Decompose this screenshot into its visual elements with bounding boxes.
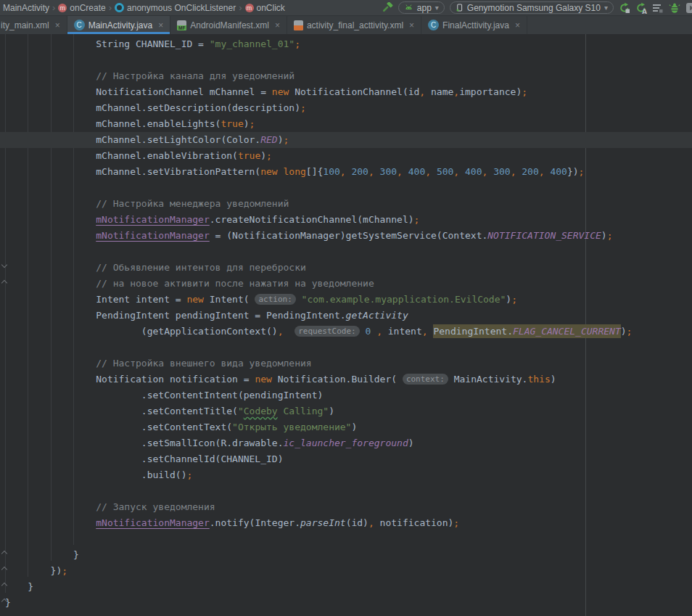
toolbar-actions: app ▾ Genymotion Samsung Galaxy S10 ▾ <box>382 1 692 14</box>
code-line[interactable] <box>0 340 692 356</box>
tab-mainactivity-java[interactable]: C MainActivity.java × <box>67 16 171 34</box>
close-icon[interactable]: × <box>515 20 520 30</box>
manifest-file-icon: MF <box>177 20 186 30</box>
code-line[interactable]: (getApplicationContext(), requestCode: 0… <box>0 324 692 340</box>
code-area[interactable]: String CHANNEL_ID = "my_channel_01"; // … <box>0 34 692 611</box>
breadcrumb-label: onClick <box>257 3 285 13</box>
code-line[interactable]: mChannel.enableVibration(true); <box>0 148 692 164</box>
code-line[interactable] <box>0 483 692 499</box>
fold-marker[interactable] <box>1 583 7 588</box>
breadcrumb-separator-icon: › <box>237 2 243 13</box>
fold-marker[interactable] <box>1 567 7 572</box>
code-line[interactable]: // Запуск уведомления <box>0 499 692 515</box>
tab-finalacttivity-java[interactable]: C FinalActtivity.java × <box>421 16 527 34</box>
fold-marker[interactable] <box>1 280 7 286</box>
code-line[interactable]: mChannel.enableLights(true); <box>0 116 692 132</box>
device-label: Genymotion Samsung Galaxy S10 <box>467 3 601 13</box>
code-line[interactable]: Intent intent = new Intent( action: "com… <box>0 292 692 308</box>
code-line[interactable]: .setContentTitle("Codeby Calling") <box>0 403 692 419</box>
code-line[interactable]: // Настройка менеджера уведомлений <box>0 196 692 212</box>
code-line[interactable]: } <box>0 547 692 563</box>
code-line[interactable]: mChannel.setDescription(description); <box>0 100 692 116</box>
breadcrumb-separator-icon: › <box>107 2 113 13</box>
top-toolbar: MainActivity › m onCreate › anonymous On… <box>0 0 692 16</box>
fold-marker[interactable] <box>1 262 7 268</box>
close-icon[interactable]: × <box>55 20 60 30</box>
code-line[interactable]: .build(); <box>0 467 692 483</box>
breadcrumb-label: MainActivity <box>3 3 49 13</box>
code-line[interactable]: .setContentText("Открыть уведомление") <box>0 419 692 435</box>
code-line[interactable] <box>0 52 692 68</box>
code-editor[interactable]: String CHANNEL_ID = "my_channel_01"; // … <box>0 34 692 616</box>
tab-androidmanifest-xml[interactable]: MF AndroidManifest.xml × <box>170 16 287 34</box>
code-line[interactable]: } <box>0 595 692 611</box>
build-hammer-icon[interactable] <box>382 2 393 14</box>
code-line[interactable]: NotificationChannel mChannel = new Notif… <box>0 84 692 100</box>
breadcrumb-separator-icon: › <box>51 2 57 13</box>
code-line[interactable]: Notification notification = new Notifica… <box>0 371 692 387</box>
code-line[interactable]: mChannel.setVibrationPattern(new long[]{… <box>0 164 692 180</box>
code-line[interactable] <box>0 531 692 547</box>
tab-label: activity_final_acttivity.xml <box>307 20 403 30</box>
code-line[interactable]: } <box>0 579 692 595</box>
tab-label: ity_main.xml <box>1 20 49 30</box>
fold-marker[interactable] <box>1 551 7 557</box>
apply-changes-restart-icon[interactable] <box>619 2 630 14</box>
tab-label: FinalActtivity.java <box>442 20 509 30</box>
tab-activity-main-xml[interactable]: ity_main.xml × <box>0 16 67 34</box>
breadcrumb: MainActivity › m onCreate › anonymous On… <box>1 2 287 13</box>
device-selector[interactable]: Genymotion Samsung Galaxy S10 ▾ <box>450 1 614 14</box>
code-line[interactable]: .setChannelId(CHANNEL_ID) <box>0 451 692 467</box>
anonymous-class-icon <box>115 3 124 12</box>
code-line-caret[interactable]: mChannel.setLightColor(Color.RED); <box>0 132 692 148</box>
editor-tab-bar: ity_main.xml × C MainActivity.java × MF … <box>0 16 692 34</box>
code-line[interactable]: // Настройка канала для уведомлений <box>0 68 692 84</box>
code-line[interactable]: PendingIntent pendingIntent = PendingInt… <box>0 308 692 324</box>
close-icon[interactable]: × <box>158 20 163 30</box>
java-class-icon: C <box>428 20 439 30</box>
method-icon: m <box>58 4 67 12</box>
breadcrumb-label: onCreate <box>70 3 105 13</box>
apply-code-changes-icon[interactable]: A <box>635 2 647 14</box>
tab-label: AndroidManifest.xml <box>190 20 269 30</box>
tab-label: MainActivity.java <box>88 20 152 30</box>
breadcrumb-item-onclick[interactable]: m onClick <box>244 3 287 13</box>
code-line[interactable]: // Настройка внешнего вида уведомления <box>0 356 692 371</box>
code-line[interactable]: .setContentIntent(pendingIntent) <box>0 387 692 403</box>
svg-text:A: A <box>642 7 647 14</box>
profiler-icon[interactable] <box>652 2 664 14</box>
code-line[interactable]: mNotificationManager.createNotificationC… <box>0 212 692 228</box>
run-configuration-label: app <box>417 3 432 13</box>
code-line[interactable]: // на новое активити после нажатия на ув… <box>0 276 692 292</box>
code-line[interactable]: mNotificationManager = (NotificationMana… <box>0 228 692 244</box>
breadcrumb-item-oncreate[interactable]: m onCreate <box>57 3 107 13</box>
fold-marker[interactable] <box>1 599 7 604</box>
java-class-icon: C <box>74 20 85 30</box>
code-line[interactable]: String CHANNEL_ID = "my_channel_01"; <box>0 36 692 52</box>
chevron-down-icon: ▾ <box>604 4 608 12</box>
tab-activity-final-acttivity-xml[interactable]: activity_final_acttivity.xml × <box>287 16 421 34</box>
close-icon[interactable]: × <box>409 20 414 30</box>
breadcrumb-item-anonymous-onclicklistener[interactable]: anonymous OnClickListener <box>113 3 237 13</box>
breadcrumb-item-mainactivity[interactable]: MainActivity <box>1 3 51 13</box>
layout-xml-file-icon <box>294 20 303 30</box>
chevron-down-icon: ▾ <box>435 4 439 12</box>
phone-icon <box>456 2 464 13</box>
debug-bug-icon[interactable] <box>669 2 680 14</box>
code-line[interactable] <box>0 244 692 260</box>
close-icon[interactable]: × <box>275 20 280 30</box>
code-line[interactable] <box>0 180 692 196</box>
android-icon <box>404 3 413 12</box>
code-line[interactable]: }); <box>0 563 692 579</box>
code-line[interactable]: // Обьявление интентов для переброски <box>0 260 692 276</box>
code-line[interactable]: .setSmallIcon(R.drawable.ic_launcher_for… <box>0 435 692 451</box>
code-line[interactable]: mNotificationManager.notify(Integer.pars… <box>0 515 692 531</box>
attach-debugger-icon[interactable] <box>685 2 692 14</box>
breadcrumb-label: anonymous OnClickListener <box>127 3 236 13</box>
run-configuration-selector[interactable]: app ▾ <box>398 1 445 14</box>
method-icon: m <box>245 4 254 12</box>
